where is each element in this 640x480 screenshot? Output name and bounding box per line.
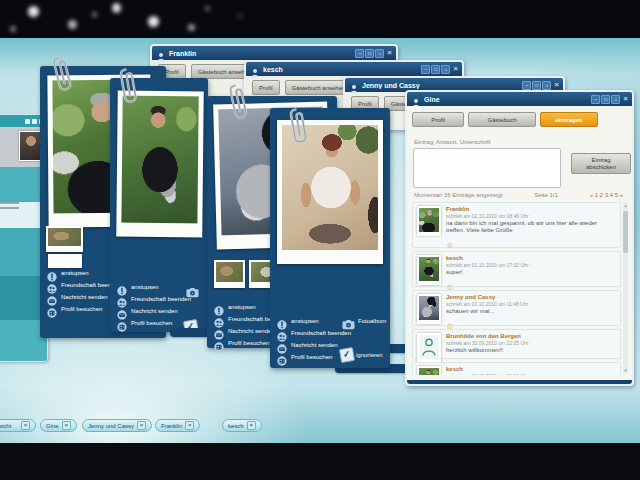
- entry-message: schauen wir mal...: [446, 308, 616, 315]
- photo-thumbnail[interactable]: [214, 260, 245, 288]
- window-title: Jenny und Cassy: [362, 82, 522, 89]
- taskbar-item-jenny-und-cassy[interactable]: Jenny und Cassy ×: [82, 419, 152, 432]
- window-controls: – □ ⌂ ×: [522, 81, 559, 90]
- entry-avatar[interactable]: [417, 366, 441, 375]
- submit-label-line2: abschicken: [586, 164, 616, 171]
- friends-icon: [277, 328, 287, 338]
- scroll-up-icon[interactable]: ▲: [623, 203, 628, 208]
- entry-avatar[interactable]: [417, 206, 441, 236]
- titlebar[interactable]: Gine – □ ⌂ ×: [407, 92, 632, 106]
- close-icon[interactable]: ×: [387, 49, 392, 57]
- entry-message: na dann bin ich mal gespannt, ob wir uns…: [446, 220, 616, 234]
- menu-item-message[interactable]: Nachricht senden: [117, 306, 191, 316]
- menu-item-friendship[interactable]: Freundschaft beenden: [117, 294, 191, 304]
- friends-icon: [214, 314, 224, 324]
- minimize-button[interactable]: –: [355, 49, 364, 58]
- scroll-down-icon[interactable]: ▼: [623, 368, 628, 373]
- user-icon: [156, 48, 166, 58]
- minimize-button[interactable]: –: [522, 81, 531, 90]
- menu-label: Nachricht senden: [228, 328, 275, 334]
- entry-date: schrieb am 01.10.2010 um 17:32 Uhr: [446, 262, 616, 268]
- home-button[interactable]: ⌂: [375, 49, 384, 58]
- close-icon[interactable]: ×: [21, 421, 30, 430]
- user-icon: [250, 64, 260, 74]
- close-icon[interactable]: ×: [554, 81, 559, 89]
- photo-thumbnail-blank[interactable]: [48, 254, 82, 268]
- check-badge-icon[interactable]: ✓: [339, 347, 355, 363]
- menu-item-profile[interactable]: Profil besuchen: [117, 318, 191, 328]
- menu-label: anstupsen: [228, 304, 256, 310]
- home-button[interactable]: ⌂: [611, 95, 620, 104]
- avatar-photo: [419, 296, 439, 320]
- window-control[interactable]: [32, 119, 37, 124]
- bokeh-light: [10, 26, 16, 32]
- bokeh-light: [188, 24, 195, 31]
- profile-card-gine: anstupsen Freundschaft beenden Nachricht…: [270, 108, 390, 368]
- tab-profile[interactable]: Profil: [252, 80, 280, 95]
- entry-avatar[interactable]: [417, 255, 441, 285]
- guestbook-input[interactable]: [413, 148, 561, 188]
- submit-label-line1: Eintrag: [591, 157, 610, 164]
- tab-profile[interactable]: Profil: [412, 112, 464, 127]
- menu-label: Nachricht senden: [291, 342, 338, 348]
- entry-body: kesch schrieb am 01.10.2010 um 17:32 Uhr…: [446, 255, 616, 283]
- guestbook-tabs: Profil Gästebuch eintragen: [412, 112, 598, 127]
- submit-entry-button[interactable]: Eintrag abschicken: [571, 153, 631, 174]
- profile-icon: [214, 338, 224, 348]
- thumbnail-photo: [48, 228, 81, 246]
- camera-icon[interactable]: [186, 284, 199, 295]
- smiley-icon: ☺: [446, 241, 454, 250]
- scrollbar-thumb[interactable]: [623, 211, 628, 253]
- minimize-button[interactable]: –: [421, 65, 430, 74]
- taskbar-item-franklin[interactable]: Franklin ×: [155, 419, 200, 432]
- menu-label: Profil besuchen: [291, 354, 332, 360]
- entry-author[interactable]: kesch: [446, 366, 616, 372]
- close-icon[interactable]: ×: [185, 421, 194, 430]
- poke-icon: [214, 302, 224, 312]
- entry-author[interactable]: kesch: [446, 255, 616, 261]
- entry-body: kesch schrieb am 30.09.2010 um 21:16 Uhr: [446, 366, 616, 375]
- tab-guestbook[interactable]: Gästebuch: [468, 112, 536, 127]
- close-icon[interactable]: ×: [453, 65, 458, 73]
- entry-author[interactable]: Brunhilde von den Bergen: [446, 333, 616, 339]
- taskbar-label: kesch: [228, 423, 244, 429]
- maximize-button[interactable]: □: [601, 95, 610, 104]
- titlebar[interactable]: kesch – □ ⌂ ×: [246, 62, 462, 76]
- entry-avatar[interactable]: [417, 294, 441, 324]
- entry-author[interactable]: Franklin: [446, 206, 616, 212]
- menu-item-poke[interactable]: anstupsen: [277, 316, 351, 326]
- polaroid-photo[interactable]: [116, 91, 204, 238]
- menu-item-friendship[interactable]: Freundschaft beenden: [277, 328, 351, 338]
- window-controls: – □ ⌂ ×: [355, 49, 392, 58]
- taskbar-item-gine[interactable]: Gine ×: [40, 419, 77, 432]
- entry-author[interactable]: Jenny und Cassy: [446, 294, 616, 300]
- confirm-label[interactable]: ignorieren: [356, 352, 383, 358]
- guestbook-post-button[interactable]: eintragen: [540, 112, 598, 127]
- menu-item-poke[interactable]: anstupsen: [117, 282, 191, 292]
- close-icon[interactable]: ×: [247, 421, 256, 430]
- titlebar[interactable]: Franklin – □ ⌂ ×: [152, 46, 396, 60]
- maximize-button[interactable]: □: [532, 81, 541, 90]
- close-icon[interactable]: ×: [623, 95, 628, 103]
- pagination[interactable]: « 1 2 3 4 5 »: [590, 192, 623, 198]
- menu-label: Freundschaft beenden: [131, 296, 191, 302]
- entry-date: schrieb am 01.10.2010 um 11:48 Uhr: [446, 301, 616, 307]
- camera-icon[interactable]: [342, 316, 355, 327]
- home-button[interactable]: ⌂: [441, 65, 450, 74]
- maximize-button[interactable]: □: [431, 65, 440, 74]
- photos-label[interactable]: Fotoalbum: [358, 318, 386, 324]
- close-icon[interactable]: ×: [62, 421, 71, 430]
- window-control[interactable]: [25, 119, 30, 124]
- close-icon[interactable]: ×: [137, 421, 146, 430]
- taskbar-item-kesch[interactable]: kesch ×: [222, 419, 262, 432]
- scrollbar[interactable]: ▲ ▼: [623, 202, 628, 374]
- bokeh-light: [205, 6, 210, 11]
- profile-icon: [117, 318, 127, 328]
- guestbook-entry: Franklin schrieb am 02.10.2010 um 18:46 …: [412, 202, 621, 248]
- taskbar-item-overview[interactable]: Übersicht ×: [0, 419, 36, 432]
- minimize-button[interactable]: –: [591, 95, 600, 104]
- photo-thumbnail[interactable]: [46, 226, 83, 252]
- maximize-button[interactable]: □: [365, 49, 374, 58]
- bokeh-light: [148, 16, 159, 27]
- home-button[interactable]: ⌂: [542, 81, 551, 90]
